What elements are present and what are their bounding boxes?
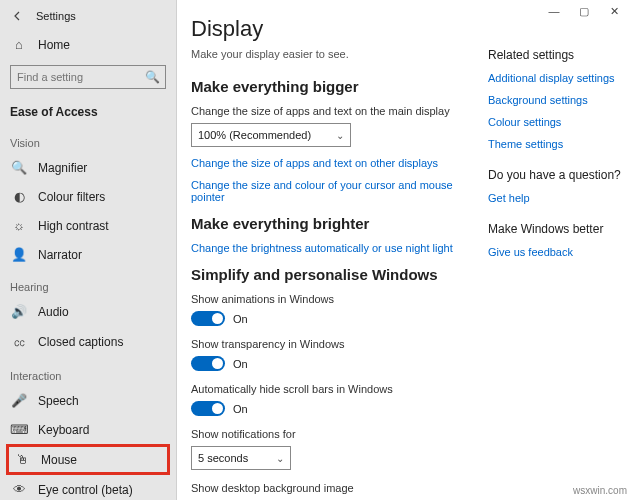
nav-narrator[interactable]: 👤 Narrator — [0, 240, 176, 269]
nav-label: High contrast — [38, 219, 109, 233]
heading-simplify: Simplify and personalise Windows — [191, 266, 488, 283]
speech-icon: 🎤 — [10, 393, 28, 408]
link-cursor-pointer[interactable]: Change the size and colour of your curso… — [191, 179, 488, 203]
closed-captions-icon: ㏄ — [10, 333, 28, 351]
nav-high-contrast[interactable]: ☼ High contrast — [0, 211, 176, 240]
group-hearing: Hearing — [0, 269, 176, 297]
toggle-hide-scroll-state: On — [233, 403, 248, 415]
related-settings-title: Related settings — [488, 48, 625, 62]
toggle-hide-scroll[interactable] — [191, 401, 225, 416]
nav-speech[interactable]: 🎤 Speech — [0, 386, 176, 415]
close-button[interactable]: ✕ — [599, 2, 629, 20]
mouse-icon: 🖱 — [13, 452, 31, 467]
watermark: wsxwin.com — [573, 485, 627, 496]
page-subtitle: Make your display easier to see. — [191, 48, 488, 60]
nav-label: Keyboard — [38, 423, 89, 437]
window-title: Settings — [36, 10, 76, 22]
label-desktop-bg: Show desktop background image — [191, 482, 488, 494]
content-area: Display Make your display easier to see.… — [177, 0, 633, 500]
link-brightness[interactable]: Change the brightness automatically or u… — [191, 242, 488, 254]
narrator-icon: 👤 — [10, 247, 28, 262]
nav-mouse[interactable]: 🖱 Mouse — [6, 444, 170, 475]
toggle-transparency[interactable] — [191, 356, 225, 371]
settings-window: Settings ⌂ Home 🔍 Ease of Access Vision … — [0, 0, 633, 500]
toggle-transparency-state: On — [233, 358, 248, 370]
nav-label: Magnifier — [38, 161, 87, 175]
select-scale-value: 100% (Recommended) — [198, 129, 311, 141]
nav-magnifier[interactable]: 🔍 Magnifier — [0, 153, 176, 182]
link-get-help[interactable]: Get help — [488, 192, 625, 204]
right-panel: Related settings Additional display sett… — [488, 0, 633, 500]
nav-label: Closed captions — [38, 335, 123, 349]
home-nav[interactable]: ⌂ Home — [0, 30, 176, 59]
high-contrast-icon: ☼ — [10, 218, 28, 233]
select-scale[interactable]: 100% (Recommended) ⌄ — [191, 123, 351, 147]
back-button[interactable] — [10, 8, 26, 24]
select-notifications-value: 5 seconds — [198, 452, 248, 464]
link-colour-settings[interactable]: Colour settings — [488, 116, 625, 128]
nav-closed-captions[interactable]: ㏄ Closed captions — [0, 326, 176, 358]
magnifier-icon: 🔍 — [10, 160, 28, 175]
label-notifications: Show notifications for — [191, 428, 488, 440]
nav-label: Audio — [38, 305, 69, 319]
group-vision: Vision — [0, 125, 176, 153]
link-feedback[interactable]: Give us feedback — [488, 246, 625, 258]
group-interaction: Interaction — [0, 358, 176, 386]
audio-icon: 🔊 — [10, 304, 28, 319]
home-icon: ⌂ — [10, 37, 28, 52]
keyboard-icon: ⌨ — [10, 422, 28, 437]
label-hide-scroll: Automatically hide scroll bars in Window… — [191, 383, 488, 395]
select-notifications[interactable]: 5 seconds ⌄ — [191, 446, 291, 470]
sidebar: Settings ⌂ Home 🔍 Ease of Access Vision … — [0, 0, 177, 500]
better-title: Make Windows better — [488, 222, 625, 236]
search-icon: 🔍 — [145, 70, 160, 84]
nav-label: Narrator — [38, 248, 82, 262]
link-other-displays[interactable]: Change the size of apps and text on othe… — [191, 157, 488, 169]
link-additional-display[interactable]: Additional display settings — [488, 72, 625, 84]
search-input[interactable] — [10, 65, 166, 89]
colour-filters-icon: ◐ — [10, 189, 28, 204]
heading-bigger: Make everything bigger — [191, 78, 488, 95]
chevron-down-icon: ⌄ — [276, 453, 284, 464]
page-title: Display — [191, 16, 488, 42]
toggle-animations-state: On — [233, 313, 248, 325]
label-animations: Show animations in Windows — [191, 293, 488, 305]
label-transparency: Show transparency in Windows — [191, 338, 488, 350]
nav-keyboard[interactable]: ⌨ Keyboard — [0, 415, 176, 444]
chevron-down-icon: ⌄ — [336, 130, 344, 141]
nav-label: Eye control (beta) — [38, 483, 133, 497]
toggle-animations[interactable] — [191, 311, 225, 326]
heading-brighter: Make everything brighter — [191, 215, 488, 232]
ease-of-access-title: Ease of Access — [0, 95, 176, 125]
label-main-display: Change the size of apps and text on the … — [191, 105, 488, 117]
nav-label: Speech — [38, 394, 79, 408]
eye-icon: 👁 — [10, 482, 28, 497]
home-label: Home — [38, 38, 70, 52]
minimize-button[interactable]: — — [539, 2, 569, 20]
nav-colour-filters[interactable]: ◐ Colour filters — [0, 182, 176, 211]
link-theme-settings[interactable]: Theme settings — [488, 138, 625, 150]
main-panel: Display Make your display easier to see.… — [177, 0, 488, 500]
question-title: Do you have a question? — [488, 168, 625, 182]
nav-label: Mouse — [41, 453, 77, 467]
nav-label: Colour filters — [38, 190, 105, 204]
nav-eye-control[interactable]: 👁 Eye control (beta) — [0, 475, 176, 500]
nav-audio[interactable]: 🔊 Audio — [0, 297, 176, 326]
maximize-button[interactable]: ▢ — [569, 2, 599, 20]
link-background-settings[interactable]: Background settings — [488, 94, 625, 106]
